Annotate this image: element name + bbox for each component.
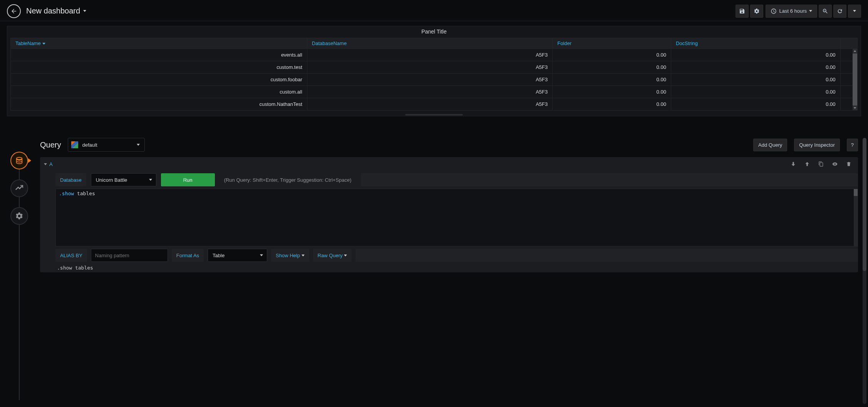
column-header-tablename[interactable]: TableName [11, 38, 307, 49]
table-cell-tablename: custom.test [11, 61, 307, 74]
back-button[interactable] [7, 4, 21, 18]
query-help-button[interactable]: ? [847, 139, 858, 151]
table-cell-folder: 0.00 [553, 49, 671, 61]
query-code-editor[interactable]: .show tables [55, 189, 858, 246]
chevron-down-icon [302, 255, 305, 256]
table-cell-folder: 0.00 [553, 98, 671, 111]
refresh-button[interactable] [833, 5, 846, 18]
move-query-down-button[interactable] [788, 159, 799, 169]
editor-scrollbar[interactable] [863, 138, 866, 404]
format-as-select[interactable]: Table [208, 249, 267, 262]
grafana-logo-icon [71, 141, 78, 148]
query-hint: (Run Query: Shift+Enter, Trigger Suggest… [220, 173, 356, 186]
gear-icon [15, 212, 23, 220]
remove-query-button[interactable] [843, 159, 854, 169]
table-cell-database: A5F3 [307, 61, 552, 74]
format-as-value: Table [213, 253, 225, 258]
panel-resize-handle[interactable] [7, 114, 861, 116]
table-row: custom.foobarA5F30.000.00 [11, 74, 857, 86]
table-cell-database: A5F3 [307, 74, 552, 86]
gear-icon [754, 8, 760, 14]
query-top-spacer [361, 173, 858, 186]
add-query-button[interactable]: Add Query [753, 139, 787, 151]
database-icon [15, 156, 23, 165]
column-header-label: TableName [15, 40, 41, 46]
editor-tab-rail [0, 135, 39, 407]
settings-button[interactable] [750, 5, 763, 18]
panel: Panel Title TableName DatabaseName Folde… [7, 26, 861, 116]
arrow-down-icon [791, 161, 796, 167]
table-cell-doc: 0.00 [671, 74, 840, 86]
query-inspector-button[interactable]: Query Inspector [794, 139, 840, 151]
zoom-out-icon [822, 8, 828, 14]
scrollbar-thumb[interactable] [853, 54, 857, 106]
query-row-toggle[interactable]: A [44, 161, 53, 167]
chevron-down-icon [83, 10, 86, 12]
chevron-down-icon [137, 144, 140, 146]
dashboard-title: New dashboard [26, 7, 80, 15]
refresh-interval-button[interactable] [848, 5, 861, 18]
scrollbar-thumb[interactable] [854, 189, 858, 196]
move-query-up-button[interactable] [802, 159, 813, 169]
chevron-down-icon [44, 163, 47, 165]
table: TableName DatabaseName Folder DocString … [10, 38, 858, 111]
chevron-down-icon [260, 255, 263, 256]
trash-icon [846, 161, 851, 167]
editor-main: Query default Add Query Query Inspector … [39, 135, 868, 407]
duplicate-query-button[interactable] [816, 159, 826, 169]
column-header-database[interactable]: DatabaseName [307, 38, 552, 49]
column-header-folder[interactable]: Folder [553, 38, 671, 49]
code-keyword: .show [59, 191, 74, 196]
scroll-up-icon [853, 49, 857, 54]
table-cell-folder: 0.00 [553, 86, 671, 98]
tab-queries[interactable] [10, 152, 28, 169]
database-select[interactable]: Unicorn Battle [91, 173, 156, 186]
tab-general[interactable] [10, 207, 28, 225]
toggle-query-visibility-button[interactable] [829, 159, 840, 169]
run-query-button[interactable]: Run [161, 173, 215, 186]
table-row: custom.allA5F30.000.00 [11, 86, 857, 98]
code-identifier: tables [77, 191, 95, 196]
table-cell-database: A5F3 [307, 98, 552, 111]
clock-icon [771, 8, 777, 14]
chevron-down-icon [853, 10, 856, 12]
table-scrollbar[interactable] [853, 49, 857, 110]
show-help-toggle[interactable]: Show Help [271, 249, 309, 262]
table-cell-tablename: custom.NathanTest [11, 98, 307, 111]
zoom-out-button[interactable] [819, 5, 832, 18]
datasource-value: default [82, 142, 97, 148]
column-header-doc[interactable]: DocString [671, 38, 840, 49]
table-row: custom.NathanTestA5F30.000.00 [11, 98, 857, 111]
alias-input[interactable] [91, 249, 168, 262]
query-header: Query default Add Query Query Inspector … [40, 138, 858, 152]
alias-by-label: ALIAS BY [55, 249, 87, 262]
topbar: New dashboard Last 6 hours [0, 0, 868, 21]
table-cell-tablename: custom.foobar [11, 74, 307, 86]
code-scrollbar[interactable] [854, 189, 858, 246]
database-label: Database [55, 173, 86, 186]
table-cell-doc: 0.00 [671, 49, 840, 61]
table-cell-database: A5F3 [307, 49, 552, 61]
panel-title: Panel Title [7, 26, 861, 38]
database-value: Unicorn Battle [96, 177, 127, 183]
table-cell-database: A5F3 [307, 86, 552, 98]
table-cell-folder: 0.00 [553, 74, 671, 86]
chart-icon [15, 184, 23, 193]
save-button[interactable] [736, 5, 749, 18]
table-cell-folder: 0.00 [553, 61, 671, 74]
timepicker-label: Last 6 hours [779, 8, 807, 14]
table-row: custom.testA5F30.000.00 [11, 61, 857, 74]
table-cell-doc: 0.00 [671, 61, 840, 74]
datasource-select[interactable]: default [68, 138, 145, 152]
sort-desc-icon [42, 43, 45, 45]
refresh-icon [837, 8, 843, 14]
scrollbar-thumb[interactable] [863, 138, 866, 271]
dashboard-title-dropdown[interactable]: New dashboard [26, 7, 86, 15]
tab-visualization[interactable] [10, 179, 28, 197]
raw-query-toggle[interactable]: Raw Query [313, 249, 352, 262]
format-as-label: Format As [172, 249, 204, 262]
timepicker-button[interactable]: Last 6 hours [766, 5, 817, 18]
show-help-label: Show Help [276, 253, 300, 258]
eye-icon [832, 161, 838, 167]
query-section-title: Query [40, 141, 61, 149]
